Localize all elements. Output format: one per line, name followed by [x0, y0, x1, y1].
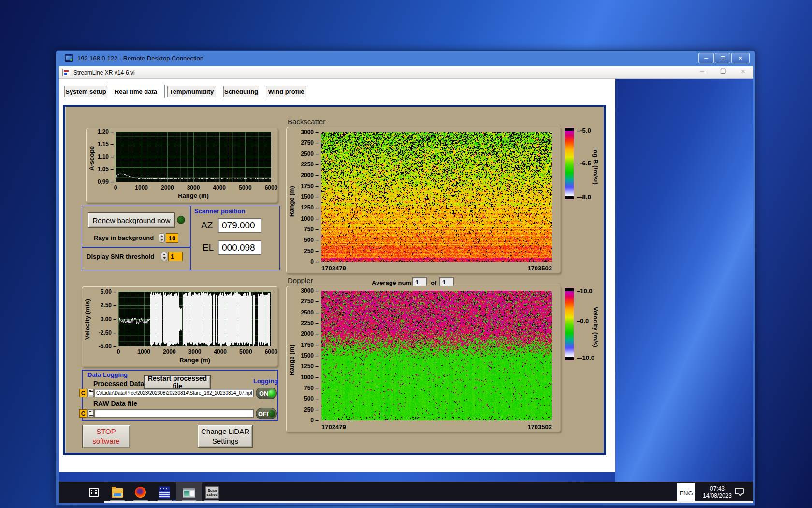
remote-session: StreamLine XR v14-6.vi ─ ❐ ✕ System setu…: [59, 66, 753, 503]
tab-system-setup[interactable]: System setup: [64, 86, 107, 97]
el-label: EL: [203, 242, 214, 253]
velocity-ytick-labels: 5.00 –2.50 –0.00 –-2.50 –-5.00 –: [93, 292, 116, 346]
language-indicator[interactable]: ENG: [677, 483, 695, 503]
raw-path-field[interactable]: [94, 409, 254, 418]
scan-icon-line2: sched: [206, 493, 218, 497]
app-front-panel: System setup Real time data Temp/humidit…: [59, 79, 615, 472]
rays-value-field[interactable]: 10: [166, 233, 178, 243]
backscatter-time-start: 1702479: [321, 265, 346, 272]
backscatter-title: Backscatter: [288, 118, 325, 126]
velocity-plot: [118, 292, 271, 346]
processed-browse-icon[interactable]: [87, 389, 94, 397]
snr-spinner[interactable]: [161, 252, 167, 261]
app-restore-button[interactable]: ❐: [720, 68, 726, 75]
streamline-app-icon: [183, 488, 195, 498]
remote-wallpaper: [615, 79, 753, 482]
average-total-field[interactable]: 1: [439, 277, 454, 287]
tab-scheduling[interactable]: Scheduling: [223, 86, 259, 97]
background-led[interactable]: [177, 216, 185, 224]
firefox-icon[interactable]: [135, 487, 146, 498]
rdp-titlebar[interactable]: 192.168.0.122 - Remote Desktop Connectio…: [56, 51, 756, 66]
raw-logging-toggle[interactable]: OFF: [256, 408, 277, 419]
terminal-app-icon[interactable]: [159, 486, 170, 499]
file-explorer-icon[interactable]: [112, 488, 123, 498]
tab-wind-profile[interactable]: Wind profile: [266, 86, 306, 97]
doppler-time-start: 1702479: [321, 423, 346, 431]
rays-spinner[interactable]: [159, 233, 165, 243]
clock-time[interactable]: 07:43: [695, 485, 740, 493]
change-lidar-settings-button[interactable]: Change LiDAR Settings: [198, 425, 253, 448]
logging-label: Logging: [253, 377, 278, 385]
scan-scheduler-icon[interactable]: Scan sched: [205, 486, 219, 499]
average-current-field[interactable]: 1: [412, 277, 427, 287]
processed-path-field[interactable]: C:\Lidar\Data\Proc\2023\202308\20230814\…: [94, 389, 254, 397]
el-value-field[interactable]: 000.098: [218, 240, 261, 255]
desktop: 192.168.0.122 - Remote Desktop Connectio…: [0, 0, 812, 508]
doppler-title: Doppler: [288, 276, 313, 284]
stop-software-button[interactable]: STOP software: [82, 425, 130, 448]
vi-icon-detail-blue: [64, 73, 67, 75]
app-title: StreamLine XR v14-6.vi: [73, 69, 135, 76]
vi-icon-detail-red: [64, 70, 69, 72]
backscatter-ylabel: Range (m): [288, 179, 295, 223]
action-center-icon[interactable]: [735, 488, 744, 494]
backscatter-ytick-labels: 3000 –2750 –2500 –2250 –2000 –1750 –1500…: [296, 132, 319, 262]
logging-off-led: [268, 410, 275, 417]
data-logging-title: Data Logging: [87, 371, 128, 378]
ascope-ytick-labels: 1.20 –1.15 –1.10 –1.05 –0.99 –: [94, 132, 114, 182]
app-minimize-button[interactable]: ─: [700, 68, 704, 75]
rdp-maximize-button[interactable]: [715, 53, 730, 63]
az-label: AZ: [201, 220, 213, 231]
change-line1: Change LiDAR: [201, 427, 249, 436]
rays-in-background-label: Rays in background: [94, 234, 154, 241]
rdp-icon: [65, 54, 73, 62]
snr-value-field[interactable]: 1: [168, 252, 183, 261]
doppler-timestamps: 17024791703502: [321, 423, 552, 431]
task-view-icon[interactable]: [89, 488, 99, 497]
doppler-time-end: 1703502: [527, 423, 552, 431]
velocity-xaxis-label: Range (m): [118, 357, 271, 364]
raw-drive-box[interactable]: C: [79, 409, 87, 418]
vi-icon: [62, 69, 70, 76]
doppler-colorbar: [565, 288, 574, 360]
logging-on-led: [268, 390, 275, 397]
backscatter-timestamps: 17024791703502: [321, 265, 552, 272]
rdp-close-button[interactable]: ✕: [731, 53, 750, 63]
on-label: ON: [259, 390, 269, 397]
backscatter-time-end: 1703502: [527, 265, 552, 272]
minimize-icon: ─: [704, 55, 708, 61]
stop-line1: STOP: [96, 427, 116, 436]
processed-drive-box[interactable]: C: [79, 389, 87, 397]
rdp-icon-dot: [70, 59, 72, 61]
velocity-ylabel: Velocity (m/s): [84, 297, 91, 342]
raw-data-file-label: RAW Data file: [93, 400, 137, 407]
processed-logging-toggle[interactable]: ON: [256, 388, 277, 399]
rdp-minimize-button[interactable]: ─: [698, 53, 714, 63]
rdp-title: 192.168.0.122 - Remote Desktop Connectio…: [77, 55, 203, 62]
raw-browse-icon[interactable]: [87, 409, 94, 418]
renew-background-button[interactable]: Renew background now: [88, 212, 175, 228]
scan-icon-line1: Scan: [206, 488, 218, 493]
restart-processed-file-button[interactable]: Restart processed file: [144, 375, 211, 389]
tab-temp-humidity[interactable]: Temp/humidity: [167, 86, 216, 97]
clock-date[interactable]: 14/08/2023: [695, 493, 740, 500]
scanner-box: [190, 206, 280, 270]
scanner-position-title: Scanner position: [194, 208, 245, 215]
ascope-xaxis-label: Range (m): [116, 192, 271, 199]
ascope-plot: [116, 132, 271, 182]
maximize-icon: [721, 56, 725, 60]
app-close-button[interactable]: ✕: [740, 68, 746, 75]
tab-real-time-data[interactable]: Real time data: [107, 85, 165, 98]
backscatter-colorbar: [565, 127, 574, 200]
ascope-xtick-labels: 0100020003000400050006000: [116, 184, 271, 191]
average-of-label: of: [431, 279, 436, 286]
remote-taskbar: Scan sched ENG 07:43 14/08/2023: [59, 482, 753, 503]
az-value-field[interactable]: 079.000: [218, 218, 261, 233]
remote-wallpaper-strip: [59, 472, 615, 482]
doppler-heatmap: [321, 291, 552, 420]
doppler-colorbar-label: Velocity (m/s): [591, 292, 599, 362]
stop-line2: software: [92, 436, 120, 446]
app-titlebar[interactable]: StreamLine XR v14-6.vi ─ ❐ ✕: [59, 66, 753, 79]
rdp-window: 192.168.0.122 - Remote Desktop Connectio…: [56, 50, 755, 506]
backscatter-heatmap: [321, 132, 552, 262]
